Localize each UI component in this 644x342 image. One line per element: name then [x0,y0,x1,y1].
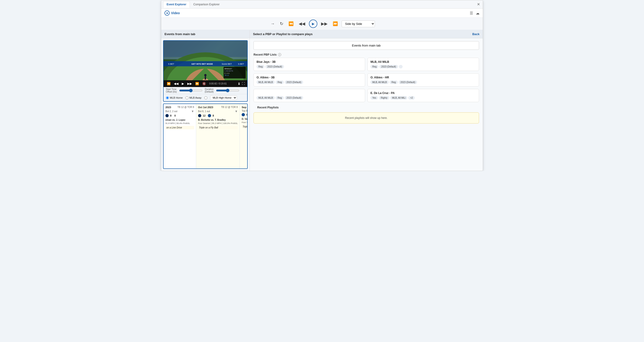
svg-text:S BET: S BET [168,63,174,65]
back-button[interactable]: Back [472,32,480,36]
left-panel: Events from main tab ▼ 1-0 Four Seamer, … [161,30,250,171]
video-placeholder: S BET GET INTO BET MODE Score BET S BET … [164,41,247,80]
play-main-btn[interactable]: ▶ [309,19,317,28]
vc-mute-btn[interactable]: 🔇 [201,81,207,86]
tor-score-2: 8 [212,114,214,117]
pbp-tag: Reg [370,65,378,68]
vc-ff-btn[interactable]: ⏩ [194,81,200,86]
tor-score-1: 0 [174,114,176,117]
pitch-detail-2: Four Seamer | 95.3 MPH | 100.0% ProbSL [198,122,238,125]
svg-text:GET INTO BET MODE: GET INTO BET MODE [192,63,213,65]
pbp-card-3-tags: MLB, All MiLB Reg 2023 (Default) [256,80,362,84]
sort-icon-2[interactable]: ▼ [235,110,238,113]
pbp-card-6-tags: Yes Righty MLB, All MiLi +2 [370,96,476,100]
pbp-card-1-tags: Reg 2023 (Default) [256,65,362,68]
left-panel-header: Events from main tab [161,30,250,38]
start-offset-slider[interactable] [179,89,202,92]
sort-icon-1[interactable]: ▼ [191,110,194,113]
event-card-2[interactable]: Oct 1st 2023 TB 12 @ TOR 8 Bot 8, 1 out … [196,104,240,169]
card-inning-2: Bot 8, 1 out [198,110,210,113]
pbp-card-2-tags: Reg 2023 (Default) [370,65,476,68]
skip-backward-btn[interactable]: ◀◀ [297,20,306,27]
view-select[interactable]: Side by Side Main Only Comparison Only [342,20,375,27]
cards-inner: 2023 TB 12 @ TOR 8 Bot 2, 2 out ▼ 8 0 [164,104,247,169]
skip-forward-btn[interactable]: ▶▶ [320,20,329,27]
pbp-card-3-title: O. Albies - 3B [256,76,362,79]
list-icon[interactable]: ☰ [470,11,473,15]
card-matchup-1: TB 12 @ TOR 8 [178,106,194,108]
tb-score-1: 8 [170,114,172,117]
pbp-card-4[interactable]: O. Albies - HR MLB, All MiLB Reg 2023 (D… [368,73,479,87]
play-result-2: Triple on a Fly Ball [198,126,238,129]
pbp-card-6[interactable]: E. De La Cruz - PA Yes Righty MLB, All M… [368,89,479,102]
header: Video ☰ ☁ [161,8,483,18]
feed-select[interactable]: MLB High Home MLB High Away [210,95,237,100]
pitcher-info-3: D. Varsho vs. C. Poche [242,118,247,120]
card-date-2: Oct 1st 2023 [198,106,213,109]
pbp-tag: +2 [408,96,414,100]
feed-select-label [204,96,207,99]
vc-play-btn[interactable]: ▶ [181,81,185,86]
tb-score-3: 6 [246,113,247,116]
fast-forward-btn[interactable]: ⏩ [331,20,339,27]
pbp-card-1[interactable]: Blue Jays - 3B Reg 2023 (Default) [254,58,365,71]
pbp-tag: 2023 (Default) [379,65,398,68]
pbp-tag: Reg [390,80,398,84]
info-icon[interactable]: i [278,53,281,56]
pbp-card-6-title: E. De La Cruz - PA [370,91,476,95]
svg-text:Score BET: Score BET [222,63,232,65]
tab-comparison-explorer[interactable]: Comparison Explorer [190,1,223,8]
card-date-1: 2023 [166,106,171,109]
tb-score-2: 12 [203,114,206,117]
mlb-away-radio[interactable]: MLB Away [186,96,202,99]
fast-backward-btn[interactable]: ⏪ [287,20,295,27]
arrow-right-btn[interactable]: → [269,20,276,27]
fullscreen-btn[interactable]: ⛶ [242,82,245,85]
pbp-card-3[interactable]: O. Albies - 3B MLB, All MiLB Reg 2023 (D… [254,73,365,87]
right-panel: Select a PBP or Playlist to compare play… [250,30,483,171]
svg-text:S. BICHETTE: S. BICHETTE [224,70,233,72]
recent-playlists-title: Recent Playlists [254,104,479,111]
vc-rewind-btn[interactable]: ⏪ [166,81,172,86]
pbp-card-4-tags: MLB, All MiLB Reg 2023 (Default) [370,80,476,84]
pitcher-info-1: eman vs. J. Lopez [166,119,194,121]
svg-point-13 [204,74,207,76]
vc-prev-btn[interactable]: ◀◀ [173,81,180,86]
duration-slider[interactable] [216,89,239,92]
video-controls: ⏪ ◀◀ ▶ ▶▶ ⏩ 🔇 0:00.82 / 0:19.61 ⬇ ⛶ [164,80,247,87]
event-card-1[interactable]: 2023 TB 12 @ TOR 8 Bot 2, 2 out ▼ 8 0 [164,104,196,169]
svg-text:S BET: S BET [238,63,244,65]
mlb-home-radio[interactable]: MLB Home [166,96,183,99]
cloud-icon[interactable]: ☁ [476,11,480,15]
pitcher-info-2: B. Bichette vs. T. Bradley [198,119,238,121]
pbp-card-2[interactable]: MLB, All MiLB Reg 2023 (Default) [368,58,479,71]
card-header-2: Oct 1st 2023 TB 12 @ TOR 8 [198,106,238,109]
main-content: Events from main tab ▼ 1-0 Four Seamer, … [161,30,483,171]
replay-btn[interactable]: ↻ [278,20,285,27]
pbp-tag: 2023 (Default) [285,96,303,100]
app-window: Event Explorer Comparison Explorer ✕ Vid… [161,0,483,171]
pbp-tag: Yes [370,96,378,100]
svg-rect-14 [205,76,206,80]
vc-next-btn[interactable]: ▶▶ [186,81,193,86]
download-btn[interactable]: ⬇ [238,82,240,86]
playlists-section: Recent Playlists Recent playlists will s… [250,104,483,124]
pbp-tag: MLB, All MiLB [256,80,275,84]
pbp-tag: Reg [256,65,264,68]
event-card-3[interactable]: Sep 24th 2023 TOR Top 8, 2 c 6 5 D. V [240,104,247,169]
card-inning-1: Bot 2, 2 out [166,110,177,113]
tab-event-explorer[interactable]: Event Explorer [163,1,190,8]
teams-row-1: 8 0 [166,114,194,117]
close-button[interactable]: ✕ [476,2,481,6]
controls-bar: → ↻ ⏪ ◀◀ ▶ ▶▶ ⏩ Side by Side Main Only C… [161,18,483,30]
teams-row-2: 12 8 [198,114,238,117]
pbp-tag: Reg [276,80,284,84]
teams-row-3: 6 5 [242,113,247,116]
pbp-tag: Righty [379,96,389,100]
pbp-tag: MLB, All MiLi [390,96,408,100]
svg-text:BRADLEY: BRADLEY [224,68,232,70]
pbp-card-5[interactable]: MLB, All MiLB Reg 2023 (Default) [254,89,365,102]
events-from-main-btn[interactable]: Events from main tab [254,41,479,50]
video-label: Video [164,10,180,15]
playlist-placeholder: Recent playlists will show up here. [254,112,479,124]
